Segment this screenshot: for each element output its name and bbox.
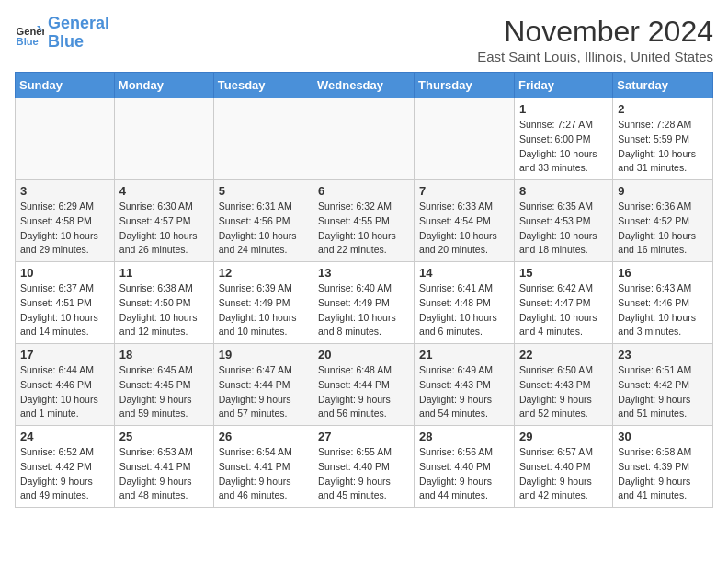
day-info: Sunrise: 6:52 AM Sunset: 4:42 PM Dayligh… [20,445,109,503]
day-number: 25 [119,430,209,443]
day-info: Sunrise: 6:43 AM Sunset: 4:46 PM Dayligh… [618,282,708,339]
calendar-cell: 13Sunrise: 6:40 AM Sunset: 4:49 PM Dayli… [313,262,415,344]
day-info: Sunrise: 6:45 AM Sunset: 4:45 PM Dayligh… [119,363,209,421]
day-info: Sunrise: 6:54 AM Sunset: 4:41 PM Dayligh… [219,445,308,503]
day-number: 12 [219,266,308,280]
calendar-cell: 20Sunrise: 6:48 AM Sunset: 4:44 PM Dayli… [313,344,415,426]
day-info: Sunrise: 6:41 AM Sunset: 4:48 PM Dayligh… [419,282,509,339]
day-number: 14 [419,266,509,280]
calendar-cell: 26Sunrise: 6:54 AM Sunset: 4:41 PM Dayli… [213,426,313,508]
day-info: Sunrise: 6:49 AM Sunset: 4:43 PM Dayligh… [419,363,509,421]
day-number: 7 [419,184,509,198]
day-info: Sunrise: 6:29 AM Sunset: 4:58 PM Dayligh… [20,200,109,258]
day-info: Sunrise: 6:33 AM Sunset: 4:54 PM Dayligh… [419,200,509,258]
logo-icon: General Blue [15,18,44,48]
day-info: Sunrise: 6:31 AM Sunset: 4:56 PM Dayligh… [219,200,308,258]
day-number: 30 [618,430,708,443]
day-info: Sunrise: 6:30 AM Sunset: 4:57 PM Dayligh… [119,200,209,258]
calendar-cell: 18Sunrise: 6:45 AM Sunset: 4:45 PM Dayli… [114,344,213,426]
day-info: Sunrise: 6:38 AM Sunset: 4:50 PM Dayligh… [119,282,209,339]
day-info: Sunrise: 6:36 AM Sunset: 4:52 PM Dayligh… [618,200,708,258]
calendar-cell [313,98,415,180]
day-number: 1 [519,102,608,116]
title-block: November 2024 East Saint Louis, Illinois… [477,15,713,64]
day-info: Sunrise: 6:39 AM Sunset: 4:49 PM Dayligh… [219,282,308,339]
weekday-header-monday: Monday [114,73,213,98]
day-number: 22 [519,348,608,362]
day-number: 19 [219,348,308,362]
day-number: 10 [20,266,109,280]
day-info: Sunrise: 6:47 AM Sunset: 4:44 PM Dayligh… [219,363,308,421]
day-number: 5 [219,184,308,198]
weekday-header-tuesday: Tuesday [213,73,313,98]
day-info: Sunrise: 7:28 AM Sunset: 5:59 PM Dayligh… [618,118,708,176]
day-info: Sunrise: 6:32 AM Sunset: 4:55 PM Dayligh… [318,200,409,258]
day-info: Sunrise: 6:58 AM Sunset: 4:39 PM Dayligh… [618,445,708,503]
weekday-header-friday: Friday [514,73,612,98]
calendar-cell: 29Sunrise: 6:57 AM Sunset: 4:40 PM Dayli… [514,426,612,508]
calendar-cell: 10Sunrise: 6:37 AM Sunset: 4:51 PM Dayli… [16,262,115,344]
logo: General Blue GeneralBlue [15,15,109,52]
week-row-2: 3Sunrise: 6:29 AM Sunset: 4:58 PM Daylig… [16,180,713,262]
day-number: 6 [318,184,409,198]
calendar-cell: 9Sunrise: 6:36 AM Sunset: 4:52 PM Daylig… [613,180,713,262]
day-number: 9 [618,184,708,198]
day-number: 21 [419,348,509,362]
day-info: Sunrise: 6:35 AM Sunset: 4:53 PM Dayligh… [519,200,608,258]
calendar-cell: 12Sunrise: 6:39 AM Sunset: 4:49 PM Dayli… [213,262,313,344]
week-row-4: 17Sunrise: 6:44 AM Sunset: 4:46 PM Dayli… [16,344,713,426]
day-number: 15 [519,266,608,280]
weekday-header-row: SundayMondayTuesdayWednesdayThursdayFrid… [16,73,713,98]
calendar-table: SundayMondayTuesdayWednesdayThursdayFrid… [15,72,713,508]
calendar-cell: 23Sunrise: 6:51 AM Sunset: 4:42 PM Dayli… [613,344,713,426]
calendar-cell: 25Sunrise: 6:53 AM Sunset: 4:41 PM Dayli… [114,426,213,508]
calendar-cell: 22Sunrise: 6:50 AM Sunset: 4:43 PM Dayli… [514,344,612,426]
day-info: Sunrise: 6:51 AM Sunset: 4:42 PM Dayligh… [618,363,708,421]
day-number: 8 [519,184,608,198]
month-title: November 2024 [477,15,713,49]
weekday-header-wednesday: Wednesday [313,73,415,98]
calendar-cell: 5Sunrise: 6:31 AM Sunset: 4:56 PM Daylig… [213,180,313,262]
calendar-cell: 28Sunrise: 6:56 AM Sunset: 4:40 PM Dayli… [415,426,515,508]
calendar-cell: 21Sunrise: 6:49 AM Sunset: 4:43 PM Dayli… [415,344,515,426]
day-number: 4 [119,184,209,198]
calendar-cell: 4Sunrise: 6:30 AM Sunset: 4:57 PM Daylig… [114,180,213,262]
day-number: 13 [318,266,409,280]
day-number: 28 [419,430,509,443]
day-info: Sunrise: 6:50 AM Sunset: 4:43 PM Dayligh… [519,363,608,421]
weekday-header-thursday: Thursday [415,73,515,98]
page-header: General Blue GeneralBlue November 2024 E… [15,15,713,64]
day-number: 24 [20,430,109,443]
day-number: 11 [119,266,209,280]
calendar-cell [114,98,213,180]
week-row-5: 24Sunrise: 6:52 AM Sunset: 4:42 PM Dayli… [16,426,713,508]
calendar-cell: 15Sunrise: 6:42 AM Sunset: 4:47 PM Dayli… [514,262,612,344]
calendar-cell: 27Sunrise: 6:55 AM Sunset: 4:40 PM Dayli… [313,426,415,508]
calendar-cell: 7Sunrise: 6:33 AM Sunset: 4:54 PM Daylig… [415,180,515,262]
calendar-cell: 8Sunrise: 6:35 AM Sunset: 4:53 PM Daylig… [514,180,612,262]
day-number: 26 [219,430,308,443]
calendar-cell: 11Sunrise: 6:38 AM Sunset: 4:50 PM Dayli… [114,262,213,344]
day-number: 23 [618,348,708,362]
week-row-1: 1Sunrise: 7:27 AM Sunset: 6:00 PM Daylig… [16,98,713,180]
day-info: Sunrise: 6:42 AM Sunset: 4:47 PM Dayligh… [519,282,608,339]
calendar-cell: 2Sunrise: 7:28 AM Sunset: 5:59 PM Daylig… [613,98,713,180]
day-number: 20 [318,348,409,362]
day-number: 3 [20,184,109,198]
week-row-3: 10Sunrise: 6:37 AM Sunset: 4:51 PM Dayli… [16,262,713,344]
day-number: 18 [119,348,209,362]
logo-text: GeneralBlue [48,15,109,52]
calendar-cell: 16Sunrise: 6:43 AM Sunset: 4:46 PM Dayli… [613,262,713,344]
calendar-cell: 19Sunrise: 6:47 AM Sunset: 4:44 PM Dayli… [213,344,313,426]
day-info: Sunrise: 6:40 AM Sunset: 4:49 PM Dayligh… [318,282,409,339]
calendar-cell: 17Sunrise: 6:44 AM Sunset: 4:46 PM Dayli… [16,344,115,426]
calendar-cell: 30Sunrise: 6:58 AM Sunset: 4:39 PM Dayli… [613,426,713,508]
day-number: 16 [618,266,708,280]
calendar-cell: 24Sunrise: 6:52 AM Sunset: 4:42 PM Dayli… [16,426,115,508]
day-number: 2 [618,102,708,116]
day-info: Sunrise: 6:48 AM Sunset: 4:44 PM Dayligh… [318,363,409,421]
day-info: Sunrise: 6:56 AM Sunset: 4:40 PM Dayligh… [419,445,509,503]
weekday-header-saturday: Saturday [613,73,713,98]
day-info: Sunrise: 6:37 AM Sunset: 4:51 PM Dayligh… [20,282,109,339]
day-info: Sunrise: 6:53 AM Sunset: 4:41 PM Dayligh… [119,445,209,503]
